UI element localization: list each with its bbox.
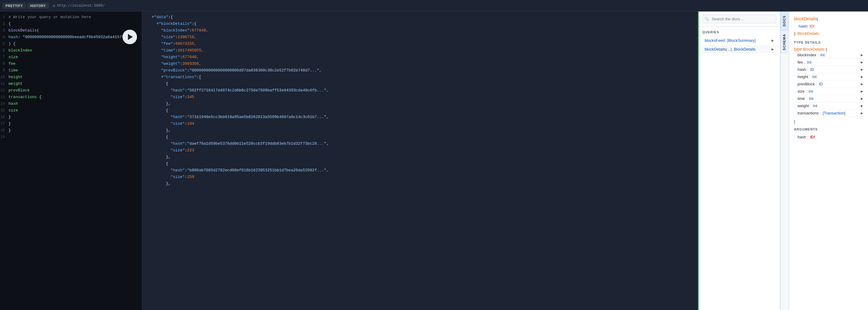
editor-line: 12 prevBlock xyxy=(0,87,142,94)
editor-line: 17 } xyxy=(0,120,142,127)
field-chevron-icon[interactable]: ▶ xyxy=(861,104,863,108)
tab-schema[interactable]: SCHEMA xyxy=(781,30,789,54)
type-header: blockDetails( hash: ID! ): BlockDetails xyxy=(794,15,863,37)
result-line: "size": 259 xyxy=(147,174,693,180)
field-chevron-icon[interactable]: ▶ xyxy=(861,60,863,64)
result-line: "size": 1396718, xyxy=(147,34,693,40)
arg-hash-row: hash: ID! xyxy=(794,134,863,140)
collapse-icon[interactable]: ▼ xyxy=(156,21,159,27)
type-field-row: prevBlock: ID▶ xyxy=(794,81,863,88)
result-line: "prevBlock": "00000000000000000006d97da8… xyxy=(147,67,693,74)
result-line: "hash": "371b1940e5cc3bb619a95ae5b826281… xyxy=(147,114,693,120)
type-fn-name: blockDetails xyxy=(794,16,816,21)
editor-line: 11 weight xyxy=(0,81,142,87)
editor-line: 4 hash: "00000000000000000000beeadcf0b45… xyxy=(0,34,142,40)
docs-query-item[interactable]: blockDetails(...): BlockDetails▶ xyxy=(702,45,776,53)
docs-body: QUERIES blocksFeed: [BlockSummary]▶block… xyxy=(699,27,780,310)
type-details-label: TYPE DETAILS xyxy=(794,40,863,44)
url-bar: ↺ http://localhost:5000/ xyxy=(53,3,105,8)
collapse-icon[interactable]: ▼ xyxy=(152,14,154,21)
type-field-row: fee: Int▶ xyxy=(794,59,863,66)
editor-line: 13 transactions { xyxy=(0,94,142,101)
history-button[interactable]: HISTORY xyxy=(27,3,49,9)
editor-line: 15 size xyxy=(0,107,142,114)
result-line: ▼ "data": { xyxy=(147,14,693,21)
field-chevron-icon[interactable]: ▶ xyxy=(861,82,863,86)
editor-line: 3 blockDetails( xyxy=(0,27,142,34)
editor-content[interactable]: 1# Write your query or mutation here2{3 … xyxy=(0,11,142,310)
url-text: http://localhost:5000/ xyxy=(57,4,105,8)
type-field-row: time: Int▶ xyxy=(794,95,863,102)
editor-line: 5 ) { xyxy=(0,40,142,47)
editor-line: 7 size xyxy=(0,54,142,60)
result-line: }, xyxy=(147,180,693,187)
result-content: ▼ "data": { ▼ "blockDetails": { "blockIn… xyxy=(142,11,698,190)
result-line: "blockIndex": 677640, xyxy=(147,27,693,34)
result-line: }, xyxy=(147,101,693,107)
prettify-button[interactable]: PRETTIFY xyxy=(2,3,26,9)
field-chevron-icon[interactable]: ▶ xyxy=(861,97,863,100)
arguments-label: ARGUMENTS xyxy=(794,128,863,131)
type-field-row: hash: ID▶ xyxy=(794,66,863,73)
result-line: "hash": "daef76a1d59be5376dd0b11e528ccb3… xyxy=(147,140,693,147)
docs-query-item[interactable]: blocksFeed: [BlockSummary]▶ xyxy=(702,36,776,45)
result-line: ▼ "blockDetails": { xyxy=(147,21,693,27)
type-field-row: height: Int▶ xyxy=(794,73,863,81)
result-line: }, xyxy=(147,127,693,134)
result-line: { xyxy=(147,81,693,87)
result-line: ▼ "transactions": [ xyxy=(147,74,693,81)
result-line: { xyxy=(147,161,693,167)
result-line: "hash": "b806ab7085d2782ecd00ef616b16239… xyxy=(147,167,693,174)
field-chevron-icon[interactable]: ▶ xyxy=(861,53,863,57)
result-line: { xyxy=(147,107,693,114)
editor-line: 8 fee xyxy=(0,60,142,67)
search-wrapper xyxy=(702,15,776,23)
field-chevron-icon[interactable]: ▶ xyxy=(861,111,863,115)
type-return-type: BlockDetails xyxy=(798,31,819,36)
collapse-icon[interactable]: ▼ xyxy=(161,74,164,81)
type-closing-brace: } xyxy=(794,119,863,124)
main-layout: 1# Write your query or mutation here2{3 … xyxy=(0,11,868,310)
editor-line: 18} xyxy=(0,127,142,134)
editor-line: 10 height xyxy=(0,74,142,81)
result-panel: ▼ "data": { ▼ "blockDetails": { "blockIn… xyxy=(142,11,699,310)
right-container: QUERIES blocksFeed: [BlockSummary]▶block… xyxy=(699,11,868,310)
tab-docs[interactable]: DOCS xyxy=(781,11,789,30)
type-definition: type BlockDetails { xyxy=(794,47,863,52)
result-line: "height": 677640, xyxy=(147,54,693,60)
editor-line: 6 blockIndex xyxy=(0,47,142,54)
topbar: PRETTIFY HISTORY ↺ http://localhost:5000… xyxy=(0,0,868,11)
editor-line: 2{ xyxy=(0,21,142,27)
chevron-right-icon: ▶ xyxy=(772,39,774,42)
result-line: "size": 194 xyxy=(147,120,693,127)
result-line: "size": 345 xyxy=(147,94,693,101)
docs-queries-list: blocksFeed: [BlockSummary]▶blockDetails(… xyxy=(702,36,776,53)
type-field-row: blockIndex: Int▶ xyxy=(794,52,863,59)
result-line: "fee": 68673155, xyxy=(147,40,693,47)
play-icon xyxy=(128,34,133,40)
field-chevron-icon[interactable]: ▶ xyxy=(861,75,863,78)
editor-line: 9 time xyxy=(0,67,142,74)
docs-search-bar xyxy=(699,11,780,27)
type-field-row: transactions: [Transaction]▶ xyxy=(794,110,863,117)
result-line: "weight": 3993356, xyxy=(147,60,693,67)
field-chevron-icon[interactable]: ▶ xyxy=(861,90,863,93)
result-line: "time": 1617495055, xyxy=(147,47,693,54)
side-tabs: DOCS SCHEMA xyxy=(780,11,789,310)
type-arg-type: ID! xyxy=(809,24,814,28)
result-line: "size": 223 xyxy=(147,147,693,154)
refresh-icon[interactable]: ↺ xyxy=(53,3,55,8)
type-field-row: size: Int▶ xyxy=(794,88,863,95)
editor-line: 19 xyxy=(0,134,142,140)
queries-section-title: QUERIES xyxy=(702,30,776,34)
result-line: }, xyxy=(147,154,693,161)
search-input[interactable] xyxy=(702,15,776,23)
type-block-name: BlockDetails xyxy=(803,47,825,52)
editor-line: 1# Write your query or mutation here xyxy=(0,14,142,21)
result-line: { xyxy=(147,134,693,140)
editor-line: 16 } xyxy=(0,114,142,120)
type-field-row: weight: Int▶ xyxy=(794,102,863,110)
type-arg-name: hash xyxy=(799,24,807,28)
run-query-button[interactable] xyxy=(123,30,137,44)
field-chevron-icon[interactable]: ▶ xyxy=(861,68,863,71)
